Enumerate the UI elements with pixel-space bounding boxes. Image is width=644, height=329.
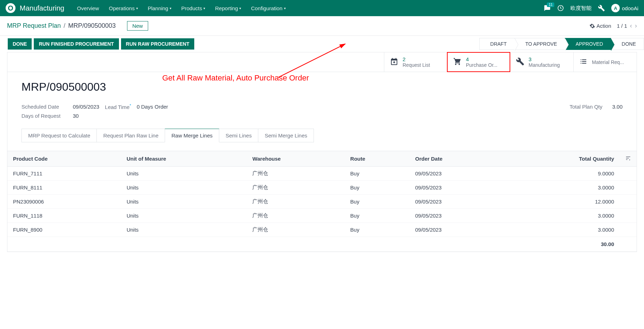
form-sheet: 2Request List4Purchase Or...3Manufacturi… [7, 52, 637, 252]
user-menu[interactable]: A odooAi [611, 4, 638, 12]
lead-time-label: Lead Time [105, 104, 130, 110]
table-row[interactable]: FURN_8900Units广州仓Buy09/05/20233.0000 [7, 223, 637, 237]
nav-menu: OverviewOperations ▾Planning ▾Products ▾… [73, 2, 290, 14]
statbtn-request-list[interactable]: 2Request List [384, 52, 447, 72]
user-avatar: A [611, 4, 620, 12]
total-plan-qty: 3.00 [612, 104, 623, 110]
columns-options-icon[interactable] [620, 151, 637, 167]
nav-planning[interactable]: Planning ▾ [144, 2, 176, 14]
run-raw-procurement-button[interactable]: RUN RAW PROCUREMENT [121, 38, 194, 50]
stage-approved[interactable]: APPROVED [565, 38, 611, 50]
odoo-ai-link[interactable]: 欧度智能 [570, 5, 592, 12]
stage-draft[interactable]: DRAFT [479, 38, 515, 50]
col-total-quantity[interactable]: Total Quantity [505, 151, 620, 167]
col-product-code[interactable]: Product Code [7, 151, 121, 167]
tab-raw-merge-lines[interactable]: Raw Merge Lines [165, 129, 219, 142]
nav-reporting[interactable]: Reporting ▾ [211, 2, 245, 14]
total-plan-qty-label: Total Plan Qty [569, 104, 602, 110]
tab-request-plan-raw-line[interactable]: Request Plan Raw Line [96, 129, 165, 142]
done-button[interactable]: DONE [8, 38, 32, 50]
navbar: O Manufacturing OverviewOperations ▾Plan… [0, 0, 644, 16]
clock-icon[interactable] [557, 5, 564, 12]
table-row[interactable]: PN23090006Units广州仓Buy09/05/202312.0000 [7, 195, 637, 209]
table-row[interactable]: FURN_1118Units广州仓Buy09/05/20233.0000 [7, 209, 637, 223]
days-of-request: 30 [73, 113, 79, 119]
user-name: odooAi [622, 5, 638, 11]
chat-icon[interactable]: 11 [544, 5, 551, 12]
tab-semi-merge-lines[interactable]: Semi Merge Lines [258, 129, 314, 142]
statbtn-purchase-or-[interactable]: 4Purchase Or... [447, 52, 510, 72]
statbtn-material-req-[interactable]: Material Req... [573, 52, 637, 72]
pager-text: 1 / 1 [617, 23, 627, 29]
stage-done[interactable]: DONE [611, 38, 644, 50]
stage-to-approve[interactable]: TO APPROVE [514, 38, 565, 50]
footer-total-qty: 30.00 [505, 237, 620, 252]
app-name[interactable]: Manufacturing [20, 4, 64, 12]
col-order-date[interactable]: Order Date [410, 151, 505, 167]
app-logo[interactable]: O [6, 3, 15, 13]
tab-mrp-request-to-calculate[interactable]: MRP Request to Calculate [21, 129, 97, 142]
nav-configuration[interactable]: Configuration ▾ [247, 2, 290, 14]
nav-products[interactable]: Products ▾ [177, 2, 209, 14]
nav-operations[interactable]: Operations ▾ [105, 2, 142, 14]
scheduled-date-label: Scheduled Date [21, 104, 67, 110]
scheduled-date: 09/05/2023 [73, 104, 99, 110]
table-row[interactable]: FURN_7111Units广州仓Buy09/05/20239.0000 [7, 167, 637, 181]
col-route[interactable]: Route [345, 151, 409, 167]
col-unit-of-measure[interactable]: Unit of Measure [121, 151, 247, 167]
action-menu[interactable]: Action [589, 23, 611, 29]
tabs: MRP Request to CalculateRequest Plan Raw… [21, 129, 623, 142]
tools-icon[interactable] [598, 5, 605, 12]
annotation-text: Get All Raw Material, Auto Purchase Orde… [162, 73, 309, 83]
nav-overview[interactable]: Overview [73, 2, 103, 14]
gear-icon [589, 23, 595, 29]
days-of-request-label: Days of Request [21, 113, 67, 119]
cart-icon [453, 57, 462, 67]
pager-next[interactable]: › [635, 22, 637, 30]
pager: 1 / 1 ‹ › [617, 22, 637, 30]
statebar: DONERUN FINISHED PROCUREMENTRUN RAW PROC… [0, 36, 644, 52]
breadcrumb: MRP Request Plan / MRP/090500003 New [7, 21, 589, 31]
new-button[interactable]: New [127, 21, 148, 31]
run-finished-procurement-button[interactable]: RUN FINISHED PROCUREMENT [34, 38, 119, 50]
list-icon [579, 57, 588, 67]
pager-prev[interactable]: ‹ [630, 22, 632, 30]
record-title: MRP/090500003 [21, 80, 623, 93]
stat-buttons: 2Request List4Purchase Or...3Manufacturi… [7, 52, 637, 72]
statbtn-manufacturing[interactable]: 3Manufacturing [510, 52, 573, 72]
chat-count: 11 [547, 2, 554, 7]
breadcrumb-parent[interactable]: MRP Request Plan [7, 22, 61, 30]
raw-merge-table: Product CodeUnit of MeasureWarehouseRout… [7, 151, 637, 252]
table-row[interactable]: FURN_8111Units广州仓Buy09/05/20233.0000 [7, 181, 637, 195]
calendar-plus-icon [390, 57, 398, 67]
tab-semi-lines[interactable]: Semi Lines [219, 129, 258, 142]
breadcrumb-current: MRP/090500003 [68, 22, 116, 30]
lead-time-value: 0 Days Order [137, 104, 168, 110]
breadcrumb-bar: MRP Request Plan / MRP/090500003 New Act… [0, 16, 644, 36]
col-warehouse[interactable]: Warehouse [247, 151, 345, 167]
wrench-icon [516, 57, 524, 67]
